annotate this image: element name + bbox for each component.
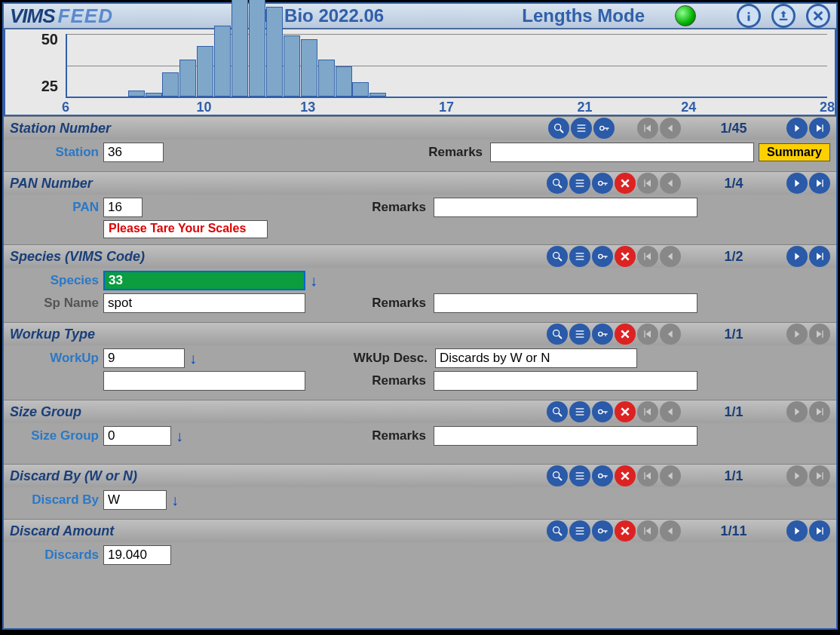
prev-button[interactable] (660, 324, 681, 345)
search-button[interactable] (547, 520, 568, 541)
last-button[interactable] (809, 465, 830, 486)
last-icon (814, 177, 826, 189)
x-icon (619, 470, 631, 482)
prev-button[interactable] (660, 118, 681, 139)
station-input[interactable] (103, 143, 164, 162)
remarks-label: Remarks (428, 145, 483, 160)
species-label: Species (10, 273, 99, 288)
next-button[interactable] (786, 401, 808, 422)
next-button[interactable] (786, 324, 808, 345)
prev-button[interactable] (660, 520, 681, 541)
search-button[interactable] (547, 465, 568, 486)
first-button[interactable] (637, 118, 658, 139)
search-button[interactable] (547, 324, 568, 345)
next-button[interactable] (786, 465, 808, 486)
last-button[interactable] (809, 118, 830, 139)
list-button[interactable] (569, 520, 590, 541)
key-button[interactable] (592, 173, 613, 194)
svg-line-27 (559, 336, 562, 339)
info-button[interactable] (737, 4, 761, 28)
first-button[interactable] (637, 465, 658, 486)
prev-button[interactable] (660, 465, 681, 486)
wkup-desc-input[interactable] (435, 348, 637, 368)
search-button[interactable] (547, 401, 568, 422)
first-button[interactable] (637, 173, 658, 194)
next-button[interactable] (786, 173, 808, 194)
svg-point-47 (599, 474, 602, 477)
search-icon (551, 470, 563, 482)
delete-button[interactable] (615, 465, 636, 486)
chevron-down-icon[interactable]: ↓ (171, 492, 186, 509)
chevron-down-icon[interactable]: ↓ (310, 272, 325, 290)
chart-bar (146, 93, 162, 97)
delete-button[interactable] (615, 520, 636, 541)
search-button[interactable] (547, 173, 568, 194)
key-button[interactable] (592, 401, 613, 422)
delete-button[interactable] (615, 324, 636, 345)
chevron-down-icon[interactable]: ↓ (189, 350, 204, 367)
spname-label: Sp Name (10, 296, 99, 311)
chevron-down-icon[interactable]: ↓ (176, 428, 191, 445)
delete-button[interactable] (615, 246, 636, 267)
delete-button[interactable] (615, 401, 636, 422)
search-button[interactable] (547, 246, 568, 267)
export-button[interactable] (771, 4, 796, 28)
list-button[interactable] (569, 401, 590, 422)
section-sizegroup: Size Group 1/1 Size Group (4, 400, 836, 464)
key-button[interactable] (592, 324, 613, 345)
list-button[interactable] (569, 465, 590, 486)
spname-input[interactable] (103, 293, 305, 313)
key-button[interactable] (592, 246, 613, 267)
chart-gridline (67, 34, 827, 35)
logo-feed: FEED (58, 5, 113, 28)
close-button[interactable] (806, 4, 830, 28)
next-button[interactable] (786, 520, 808, 541)
first-button[interactable] (637, 520, 658, 541)
nav-next-group (786, 465, 830, 486)
last-button[interactable] (809, 401, 830, 422)
list-button[interactable] (569, 173, 590, 194)
prev-button[interactable] (660, 246, 681, 267)
discards-input[interactable] (103, 545, 171, 565)
app-header: VIMS FEED CM Bio 2022.06 Lengths Mode (4, 4, 836, 29)
row: Species ↓ (10, 271, 830, 290)
last-button[interactable] (809, 246, 830, 267)
remarks-input[interactable] (434, 198, 697, 217)
key-button[interactable] (593, 118, 615, 139)
workup-extra-input[interactable] (103, 371, 305, 391)
key-button[interactable] (592, 465, 613, 486)
first-icon (642, 328, 654, 340)
workup-input[interactable] (103, 348, 185, 368)
list-button[interactable] (569, 246, 590, 267)
search-button[interactable] (548, 118, 569, 139)
list-icon (574, 328, 586, 340)
chevron-right-icon (791, 470, 803, 482)
summary-button[interactable]: Summary (759, 143, 830, 161)
histogram-chart: 50 25 6101317212428 (4, 29, 836, 116)
remarks-input[interactable] (490, 143, 754, 162)
first-button[interactable] (637, 324, 658, 345)
key-button[interactable] (592, 520, 613, 541)
section-header: Species (VIMS Code) 1/2 (4, 245, 836, 268)
last-button[interactable] (809, 173, 830, 194)
section-discardamt: Discard Amount 1/11 Discards (4, 519, 836, 628)
remarks-input[interactable] (434, 426, 697, 446)
remarks-input[interactable] (434, 371, 697, 391)
next-button[interactable] (786, 118, 808, 139)
prev-button[interactable] (660, 173, 681, 194)
pan-input[interactable] (103, 198, 143, 217)
list-button[interactable] (571, 118, 592, 139)
list-button[interactable] (569, 324, 590, 345)
first-button[interactable] (637, 246, 658, 267)
svg-point-7 (600, 126, 604, 130)
next-button[interactable] (786, 246, 808, 267)
last-button[interactable] (809, 520, 830, 541)
remarks-input[interactable] (434, 293, 697, 313)
delete-button[interactable] (615, 173, 636, 194)
sizegroup-input[interactable] (103, 426, 171, 446)
species-input[interactable] (103, 271, 305, 290)
last-button[interactable] (809, 324, 830, 345)
prev-button[interactable] (660, 401, 681, 422)
discardby-input[interactable] (103, 490, 167, 510)
first-button[interactable] (637, 401, 658, 422)
